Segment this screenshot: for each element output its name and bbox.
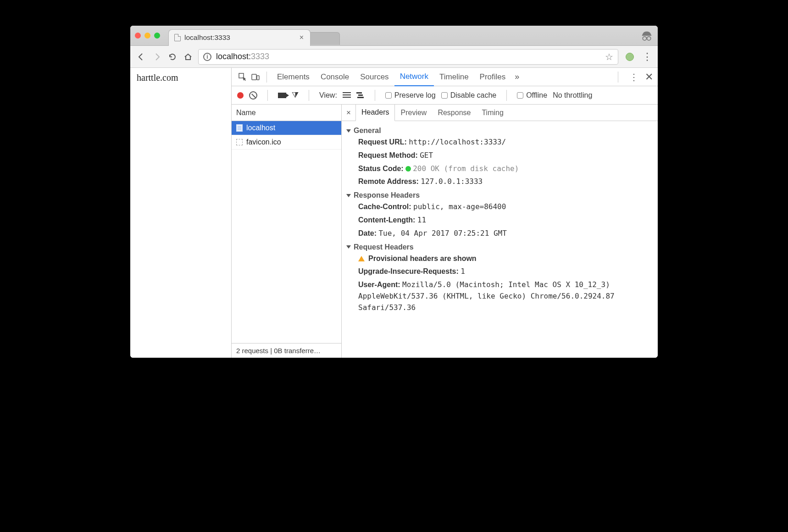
devtools-tab-profiles[interactable]: Profiles: [474, 68, 511, 86]
bookmark-star-icon[interactable]: ☆: [605, 51, 613, 62]
filter-icon[interactable]: ⧩: [292, 90, 299, 100]
browser-menu-icon[interactable]: ⋮: [642, 51, 652, 63]
favicon-icon: [236, 139, 243, 145]
clear-button[interactable]: [249, 91, 257, 100]
request-row[interactable]: localhost: [232, 121, 341, 135]
devtools-close-icon[interactable]: ✕: [645, 71, 653, 83]
request-name: localhost: [246, 124, 275, 132]
separator: [375, 90, 375, 101]
disclosure-triangle-icon: [346, 194, 351, 197]
detail-close-icon[interactable]: ×: [342, 108, 355, 117]
separator: [506, 90, 507, 101]
detail-tab-headers[interactable]: Headers: [355, 105, 395, 121]
disable-cache-checkbox[interactable]: Disable cache: [441, 91, 497, 100]
browser-window: localhost:3333 × i localhost:3333 ☆ ⋮ ha…: [130, 26, 658, 358]
screenshot-icon[interactable]: [278, 93, 286, 98]
back-button[interactable]: [136, 51, 147, 62]
preserve-log-checkbox[interactable]: Preserve log: [385, 91, 436, 100]
section-general: General Request URL: http://localhost:33…: [346, 127, 653, 188]
page-viewport: harttle.com: [130, 68, 231, 358]
request-list: Name localhostfavicon.ico 2 requests | 0…: [232, 105, 342, 358]
devtools-tab-timeline[interactable]: Timeline: [434, 68, 474, 86]
browser-tab[interactable]: localhost:3333 ×: [168, 29, 311, 46]
section-toggle[interactable]: Request Headers: [346, 243, 653, 251]
separator: [266, 72, 267, 83]
view-label: View:: [319, 91, 337, 100]
svg-rect-4: [257, 76, 259, 80]
svg-point-0: [643, 36, 646, 40]
devtools-tab-sources[interactable]: Sources: [355, 68, 394, 86]
network-toolbar: ⧩ View: Preserve log Disable cache Offli…: [232, 86, 658, 105]
inactive-tab[interactable]: [308, 32, 340, 45]
request-detail: × HeadersPreviewResponseTiming General R…: [342, 105, 658, 358]
window-close-light[interactable]: [135, 33, 141, 39]
separator: [618, 72, 618, 83]
device-toolbar-icon[interactable]: [249, 71, 262, 83]
devtools-more-tabs[interactable]: »: [511, 72, 523, 82]
tab-close-icon[interactable]: ×: [300, 33, 304, 42]
page-text: harttle.com: [137, 72, 178, 83]
window-zoom-light[interactable]: [154, 33, 160, 39]
incognito-icon: [640, 30, 653, 41]
devtools-tab-elements[interactable]: Elements: [272, 68, 315, 86]
tab-strip: localhost:3333 ×: [130, 26, 658, 46]
detail-body: General Request URL: http://localhost:33…: [342, 121, 658, 358]
svg-point-1: [647, 36, 651, 40]
extension-icon[interactable]: [626, 53, 634, 61]
browser-toolbar: i localhost:3333 ☆ ⋮: [130, 46, 658, 68]
disclosure-triangle-icon: [346, 245, 351, 249]
request-name: favicon.ico: [246, 138, 281, 146]
devtools-menu-icon[interactable]: ⋮: [629, 72, 638, 83]
warning-icon: [358, 256, 365, 261]
devtools-tabbar: ElementsConsoleSourcesNetworkTimelinePro…: [232, 68, 658, 86]
page-icon: [174, 34, 181, 41]
window-minimize-light[interactable]: [144, 33, 150, 39]
separator: [309, 90, 309, 101]
document-icon: [236, 124, 243, 132]
request-row[interactable]: favicon.ico: [232, 135, 341, 150]
reload-button[interactable]: [167, 51, 178, 62]
devtools-tab-console[interactable]: Console: [315, 68, 355, 86]
section-response-headers: Response Headers Cache-Control: public, …: [346, 191, 653, 240]
content-area: harttle.com ElementsConsoleSourcesNetwor…: [130, 68, 658, 358]
detail-tab-response[interactable]: Response: [432, 105, 476, 121]
home-button[interactable]: [183, 51, 194, 62]
traffic-lights: [135, 33, 160, 39]
section-toggle[interactable]: Response Headers: [346, 191, 653, 200]
inspect-element-icon[interactable]: [236, 71, 249, 83]
devtools-tab-network[interactable]: Network: [394, 68, 434, 86]
site-info-icon[interactable]: i: [203, 53, 211, 61]
offline-checkbox[interactable]: Offline: [517, 91, 547, 100]
record-button[interactable]: [237, 92, 244, 99]
detail-tabbar: × HeadersPreviewResponseTiming: [342, 105, 658, 121]
address-bar[interactable]: i localhost:3333 ☆: [198, 49, 618, 65]
view-waterfall-icon[interactable]: [356, 92, 365, 99]
network-body: Name localhostfavicon.ico 2 requests | 0…: [232, 105, 658, 358]
section-request-headers: Request Headers Provisional headers are …: [346, 243, 653, 315]
view-list-icon[interactable]: [343, 92, 351, 99]
tab-title: localhost:3333: [184, 33, 296, 42]
separator: [267, 90, 268, 101]
throttling-select[interactable]: No throttling: [553, 91, 592, 100]
network-status-bar: 2 requests | 0B transferre…: [232, 343, 341, 358]
forward-button[interactable]: [151, 51, 162, 62]
request-list-header[interactable]: Name: [232, 105, 341, 121]
detail-tab-preview[interactable]: Preview: [395, 105, 432, 121]
status-ok-icon: [405, 166, 411, 172]
detail-tab-timing[interactable]: Timing: [476, 105, 509, 121]
section-toggle[interactable]: General: [346, 127, 653, 135]
svg-rect-3: [252, 74, 256, 80]
devtools-panel: ElementsConsoleSourcesNetworkTimelinePro…: [231, 68, 658, 358]
disclosure-triangle-icon: [346, 129, 351, 133]
url-text: localhost:3333: [216, 52, 269, 61]
